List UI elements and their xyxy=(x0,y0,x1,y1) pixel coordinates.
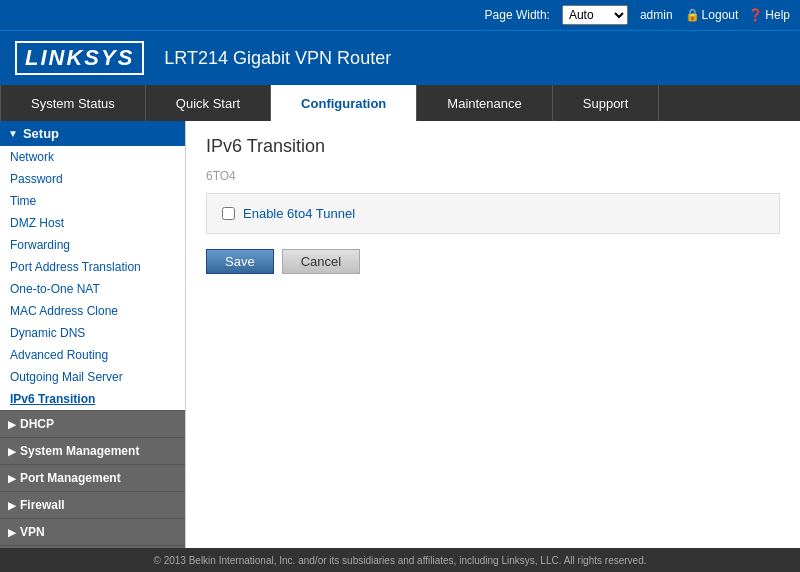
sidebar-item-network[interactable]: Network xyxy=(0,146,185,168)
logo-bar: LINKSYS LRT214 Gigabit VPN Router xyxy=(0,30,800,85)
firewall-arrow-icon: ▶ xyxy=(8,500,16,511)
vpn-arrow-icon: ▶ xyxy=(8,527,16,538)
sidebar-item-dynamic-dns[interactable]: Dynamic DNS xyxy=(0,322,185,344)
tab-system-status[interactable]: System Status xyxy=(0,85,146,121)
sidebar-item-password[interactable]: Password xyxy=(0,168,185,190)
linksys-logo: LINKSYS xyxy=(15,41,144,75)
sidebar-item-forwarding[interactable]: Forwarding xyxy=(0,234,185,256)
dhcp-arrow-icon: ▶ xyxy=(8,419,16,430)
logout-link[interactable]: 🔒 Logout xyxy=(685,8,739,22)
system-management-arrow-icon: ▶ xyxy=(8,446,16,457)
port-management-arrow-icon: ▶ xyxy=(8,473,16,484)
sidebar-item-advanced-routing[interactable]: Advanced Routing xyxy=(0,344,185,366)
enable-tunnel-checkbox[interactable] xyxy=(222,207,235,220)
main-content: IPv6 Transition 6TO4 Enable 6to4 Tunnel … xyxy=(186,121,800,548)
sidebar-item-outgoing-mail-server[interactable]: Outgoing Mail Server xyxy=(0,366,185,388)
tab-maintenance[interactable]: Maintenance xyxy=(417,85,552,121)
sidebar-item-time[interactable]: Time xyxy=(0,190,185,212)
page-width-label: Page Width: xyxy=(485,8,550,22)
sidebar-group-easylink-vpn[interactable]: ▶ EasyLink VPN xyxy=(0,545,185,548)
page-title: IPv6 Transition xyxy=(206,136,780,157)
help-link[interactable]: ❓ Help xyxy=(748,8,790,22)
cancel-button[interactable]: Cancel xyxy=(282,249,360,274)
device-title: LRT214 Gigabit VPN Router xyxy=(164,48,391,69)
tab-support[interactable]: Support xyxy=(553,85,660,121)
top-links: 🔒 Logout ❓ Help xyxy=(685,8,790,22)
sidebar-item-one-to-one-nat[interactable]: One-to-One NAT xyxy=(0,278,185,300)
sidebar-group-dhcp[interactable]: ▶ DHCP xyxy=(0,410,185,437)
button-row: Save Cancel xyxy=(206,249,780,274)
sidebar-group-system-management[interactable]: ▶ System Management xyxy=(0,437,185,464)
sidebar: ▼ Setup Network Password Time DMZ Host F… xyxy=(0,121,186,548)
enable-tunnel-label[interactable]: Enable 6to4 Tunnel xyxy=(243,206,355,221)
body-layout: ▼ Setup Network Password Time DMZ Host F… xyxy=(0,121,800,548)
section-label: 6TO4 xyxy=(206,169,780,183)
top-bar: Page Width: Auto 800px 1024px admin 🔒 Lo… xyxy=(0,0,800,30)
help-icon: ❓ xyxy=(748,8,763,22)
tab-quick-start[interactable]: Quick Start xyxy=(146,85,271,121)
copyright-text: © 2013 Belkin International, Inc. and/or… xyxy=(153,555,646,566)
sidebar-item-ipv6-transition[interactable]: IPv6 Transition xyxy=(0,388,185,410)
footer: © 2013 Belkin International, Inc. and/or… xyxy=(0,548,800,572)
setup-arrow-icon: ▼ xyxy=(8,128,18,139)
tab-configuration[interactable]: Configuration xyxy=(271,85,417,121)
sidebar-item-dmz-host[interactable]: DMZ Host xyxy=(0,212,185,234)
admin-label: admin xyxy=(640,8,673,22)
sidebar-group-firewall[interactable]: ▶ Firewall xyxy=(0,491,185,518)
logout-icon: 🔒 xyxy=(685,8,700,22)
sidebar-group-port-management[interactable]: ▶ Port Management xyxy=(0,464,185,491)
main-nav: System Status Quick Start Configuration … xyxy=(0,85,800,121)
sidebar-item-mac-address-clone[interactable]: MAC Address Clone xyxy=(0,300,185,322)
page-width-select[interactable]: Auto 800px 1024px xyxy=(562,5,628,25)
setup-section-header[interactable]: ▼ Setup xyxy=(0,121,185,146)
save-button[interactable]: Save xyxy=(206,249,274,274)
sidebar-item-port-address-translation[interactable]: Port Address Translation xyxy=(0,256,185,278)
sidebar-group-vpn[interactable]: ▶ VPN xyxy=(0,518,185,545)
ipv6-tunnel-panel: Enable 6to4 Tunnel xyxy=(206,193,780,234)
